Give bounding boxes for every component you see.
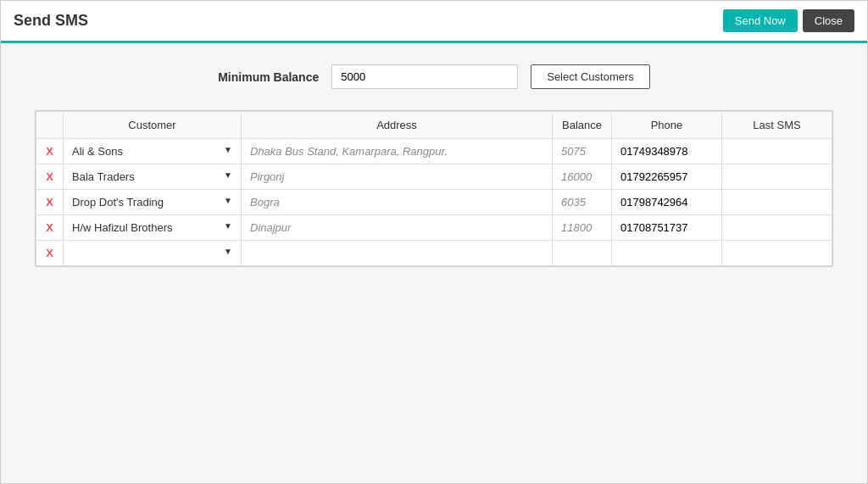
customers-table: Customer Address Balance Phone Last SMS … — [36, 111, 832, 266]
customer-dropdown-icon[interactable]: ▼ — [224, 196, 232, 205]
row-balance-cell — [553, 241, 612, 266]
min-balance-label: Minimum Balance — [218, 70, 319, 84]
customer-name: Drop Dot's Trading — [72, 196, 164, 209]
col-header-customer: Customer — [64, 112, 242, 139]
content-area: Minimum Balance Select Customers Custome… — [1, 43, 867, 288]
row-action-cell: X — [36, 164, 64, 190]
row-action-cell: X — [36, 241, 64, 266]
row-address-cell: Dinajpur — [242, 215, 553, 241]
row-action-cell: X — [36, 215, 64, 241]
row-address-cell — [242, 241, 553, 266]
filter-row: Minimum Balance Select Customers — [35, 64, 833, 89]
row-action-cell: X — [36, 139, 64, 164]
main-window: Send SMS Send Now Close Minimum Balance … — [0, 0, 868, 484]
row-address-cell: Bogra — [242, 190, 553, 215]
col-header-action — [36, 112, 64, 139]
select-customers-button[interactable]: Select Customers — [531, 64, 650, 89]
row-lastsms-cell — [722, 139, 832, 164]
row-customer-cell: Ali & Sons▼ — [64, 139, 242, 164]
titlebar: Send SMS Send Now Close — [1, 1, 867, 43]
col-header-balance: Balance — [553, 112, 612, 139]
customer-dropdown-icon[interactable]: ▼ — [224, 221, 232, 231]
row-lastsms-cell — [722, 215, 832, 241]
row-lastsms-cell — [722, 164, 832, 190]
row-address-cell: Pirgonj — [242, 164, 553, 190]
titlebar-buttons: Send Now Close — [723, 9, 854, 32]
row-customer-cell: Drop Dot's Trading▼ — [64, 190, 242, 215]
row-balance-cell: 16000 — [553, 164, 612, 190]
row-phone-cell: 01792265957 — [612, 164, 722, 190]
remove-row-button[interactable]: X — [46, 145, 53, 158]
table-row: XAli & Sons▼Dhaka Bus Stand, Kamarpara, … — [36, 139, 832, 164]
row-customer-cell: ▼ — [64, 241, 242, 266]
customer-dropdown-icon[interactable]: ▼ — [224, 145, 232, 154]
send-now-button[interactable]: Send Now — [723, 9, 798, 32]
remove-row-button[interactable]: X — [46, 170, 53, 183]
table-row: X▼ — [36, 241, 832, 266]
row-phone-cell: 01749348978 — [612, 139, 722, 164]
row-balance-cell: 11800 — [553, 215, 612, 241]
remove-row-button[interactable]: X — [46, 247, 53, 259]
customer-dropdown-icon[interactable]: ▼ — [224, 247, 232, 256]
row-address-cell: Dhaka Bus Stand, Kamarpara, Rangpur. — [242, 139, 553, 164]
row-balance-cell: 6035 — [553, 190, 612, 215]
col-header-phone: Phone — [612, 112, 722, 139]
row-phone-cell: 01798742964 — [612, 190, 722, 215]
row-balance-cell: 5075 — [553, 139, 612, 164]
col-header-address: Address — [242, 112, 553, 139]
window-title: Send SMS — [14, 12, 88, 30]
table-row: XDrop Dot's Trading▼Bogra603501798742964 — [36, 190, 832, 215]
table-header-row: Customer Address Balance Phone Last SMS — [36, 112, 832, 139]
row-phone-cell — [612, 241, 722, 266]
customer-name: Ali & Sons — [72, 145, 123, 158]
table-row: XBala Traders▼Pirgonj1600001792265957 — [36, 164, 832, 190]
remove-row-button[interactable]: X — [46, 196, 53, 209]
customer-name: H/w Hafizul Brothers — [72, 221, 172, 234]
row-lastsms-cell — [722, 241, 832, 266]
table-row: XH/w Hafizul Brothers▼Dinajpur1180001708… — [36, 215, 832, 241]
row-phone-cell: 01708751737 — [612, 215, 722, 241]
customer-name: Bala Traders — [72, 170, 135, 183]
min-balance-input[interactable] — [331, 64, 518, 89]
customer-dropdown-icon[interactable]: ▼ — [224, 170, 232, 180]
remove-row-button[interactable]: X — [46, 221, 53, 234]
customers-table-container: Customer Address Balance Phone Last SMS … — [35, 110, 833, 267]
close-button[interactable]: Close — [803, 9, 854, 32]
row-action-cell: X — [36, 190, 64, 215]
row-lastsms-cell — [722, 190, 832, 215]
row-customer-cell: Bala Traders▼ — [64, 164, 242, 190]
col-header-lastsms: Last SMS — [722, 112, 832, 139]
row-customer-cell: H/w Hafizul Brothers▼ — [64, 215, 242, 241]
